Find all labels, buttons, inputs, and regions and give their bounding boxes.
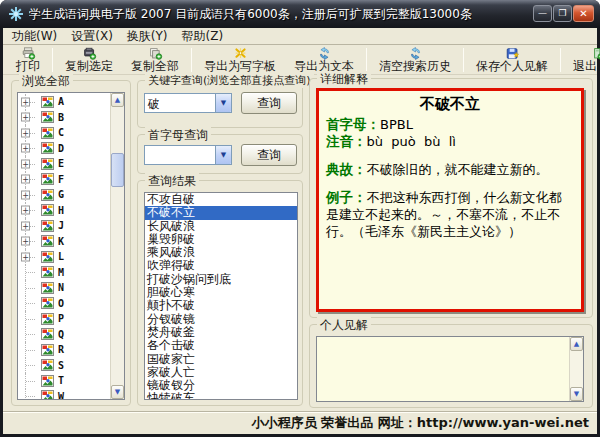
expand-plus-icon[interactable]: +: [21, 190, 30, 199]
tree-item-P[interactable]: P: [18, 311, 110, 327]
result-item[interactable]: 镜破钗分: [145, 379, 297, 392]
tree-item-O[interactable]: O: [18, 296, 110, 312]
chevron-down-icon[interactable]: ▼: [215, 94, 231, 112]
expand-plus-icon[interactable]: +: [21, 252, 30, 261]
toolbar-button-5[interactable]: 清空搜索历史: [370, 46, 460, 74]
detail-content: 不破不立 首字母：BPBL注音：bù può bù lì典故：不破除旧的，就不能…: [316, 88, 584, 312]
tree-connector: [25, 327, 39, 343]
toolbar-button-2[interactable]: 复制全部: [122, 46, 188, 74]
result-item[interactable]: 长风破浪: [145, 220, 297, 233]
tree-item-A[interactable]: +A: [18, 94, 110, 110]
tree-item-F[interactable]: +F: [18, 172, 110, 188]
tree-item-W[interactable]: W: [18, 389, 110, 401]
expand-plus-icon[interactable]: +: [21, 97, 30, 106]
expand-plus-icon[interactable]: +: [21, 144, 30, 153]
tree-scrollbar[interactable]: ▲ ▼: [110, 93, 124, 399]
tree-item-G[interactable]: +G: [18, 187, 110, 203]
detail-field-value: 不破除旧的，就不能建立新的。: [367, 162, 549, 177]
toolbar-separator: [463, 48, 464, 72]
letter-node-icon: [41, 282, 54, 294]
maximize-button[interactable]: ❐: [553, 5, 572, 22]
letter-node-icon: [41, 251, 54, 263]
result-item[interactable]: 颠扑不破: [145, 299, 297, 312]
initial-combobox[interactable]: ▼: [144, 145, 232, 165]
result-item[interactable]: 分钗破镜: [145, 313, 297, 326]
letter-node-icon: [41, 235, 54, 247]
tree-item-S[interactable]: S: [18, 358, 110, 374]
tree-item-C[interactable]: +C: [18, 125, 110, 141]
scroll-down-icon[interactable]: ▼: [111, 385, 124, 399]
toolbar-button-1[interactable]: 复制选定: [56, 46, 122, 74]
tree-item-K[interactable]: +K: [18, 234, 110, 250]
expand-plus-icon[interactable]: +: [21, 113, 30, 122]
tree-connector: [25, 373, 39, 389]
expand-plus-icon[interactable]: +: [21, 206, 30, 215]
toolbar-button-3[interactable]: 导出为写字板: [195, 46, 285, 74]
keyword-query-panel: 关键字查询(浏览全部直接点查询) 破 ▼ 查询: [137, 80, 303, 128]
result-item[interactable]: 快犊破车: [145, 392, 297, 400]
tree-item-label: Q: [58, 329, 64, 340]
notes-scrollbar[interactable]: ▲ ▼: [569, 337, 583, 401]
scrollbar-thumb[interactable]: [111, 153, 124, 187]
expand-plus-icon[interactable]: +: [21, 175, 30, 184]
toolbar-button-4[interactable]: 导出为文本: [285, 46, 363, 74]
tree-item-J[interactable]: +J: [18, 218, 110, 234]
letter-node-icon: [41, 328, 54, 340]
toolbar-button-7[interactable]: 退出软件: [564, 46, 600, 74]
keyword-search-button[interactable]: 查询: [241, 92, 297, 114]
toolbar-separator: [366, 48, 367, 72]
keyword-combobox[interactable]: 破 ▼: [144, 93, 232, 113]
tree-item-T[interactable]: T: [18, 373, 110, 389]
result-item[interactable]: 巢毁卵破: [145, 233, 297, 246]
personal-notes-textarea[interactable]: ▲ ▼: [316, 336, 584, 402]
scroll-down-icon[interactable]: ▼: [570, 387, 583, 401]
result-item[interactable]: 吹弹得破: [145, 259, 297, 272]
tree-connector: [25, 296, 39, 312]
minimize-button[interactable]: —: [533, 5, 552, 22]
tree-item-M[interactable]: M: [18, 265, 110, 281]
menu-item-0[interactable]: 功能(W): [5, 27, 64, 46]
tree-item-N[interactable]: N: [18, 280, 110, 296]
menu-item-2[interactable]: 换肤(Y): [120, 27, 175, 46]
results-list: 不攻自破不破不立长风破浪巢毁卵破乘风破浪吹弹得破打破沙锅问到底胆破心寒颠扑不破分…: [144, 192, 298, 400]
scroll-up-icon[interactable]: ▲: [570, 337, 583, 351]
result-item[interactable]: 打破沙锅问到底: [145, 273, 297, 286]
tree-item-Q[interactable]: Q: [18, 327, 110, 343]
toolbar-button-6[interactable]: 保存个人见解: [467, 46, 557, 74]
detail-field-1: 注音：bù può bù lì: [326, 133, 574, 150]
close-button[interactable]: ✕: [573, 5, 594, 22]
scroll-up-icon[interactable]: ▲: [111, 93, 124, 107]
tree-item-D[interactable]: +D: [18, 141, 110, 157]
result-item[interactable]: 国破家亡: [145, 353, 297, 366]
personal-notes-panel: 个人见解 ▲ ▼: [309, 324, 593, 408]
expand-plus-icon[interactable]: +: [21, 221, 30, 230]
tree-item-L[interactable]: +L: [18, 249, 110, 265]
tree-item-R[interactable]: R: [18, 342, 110, 358]
menu-item-1[interactable]: 设置(X): [64, 27, 120, 46]
tree-connector: [25, 280, 39, 296]
tree-item-B[interactable]: +B: [18, 110, 110, 126]
tree-item-E[interactable]: +E: [18, 156, 110, 172]
initial-value[interactable]: [145, 146, 215, 164]
tree-item-H[interactable]: +H: [18, 203, 110, 219]
result-item[interactable]: 家破人亡: [145, 366, 297, 379]
result-item[interactable]: 焚舟破釜: [145, 326, 297, 339]
toolbar-button-label: 导出为写字板: [204, 60, 276, 73]
expand-plus-icon[interactable]: +: [21, 128, 30, 137]
expand-plus-icon[interactable]: +: [21, 159, 30, 168]
result-item[interactable]: 不破不立: [145, 206, 297, 219]
initial-search-button[interactable]: 查询: [241, 144, 297, 166]
result-item[interactable]: 不攻自破: [145, 193, 297, 206]
toolbar-button-0[interactable]: 打印: [7, 46, 49, 74]
result-item[interactable]: 各个击破: [145, 339, 297, 352]
tree-item-label: K: [58, 236, 64, 247]
chevron-down-icon[interactable]: ▼: [215, 146, 231, 164]
keyword-value[interactable]: 破: [145, 94, 215, 112]
result-item[interactable]: 乘风破浪: [145, 246, 297, 259]
status-text: 小小程序员 荣誉出品 网址：http://www.yan-wei.net: [252, 414, 589, 432]
detail-field-label: 首字母：: [326, 116, 380, 132]
menu-item-3[interactable]: 帮助(Z): [175, 27, 231, 46]
expand-plus-icon[interactable]: +: [21, 237, 30, 246]
browse-panel-title: 浏览全部: [19, 73, 73, 90]
result-item[interactable]: 胆破心寒: [145, 286, 297, 299]
